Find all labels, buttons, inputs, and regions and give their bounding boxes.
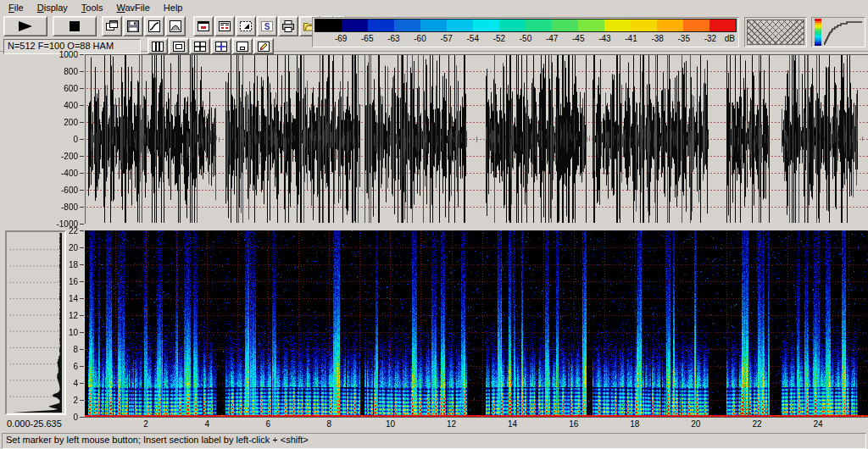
waveform-y-tick-label: 0 bbox=[3, 135, 78, 144]
save-button[interactable] bbox=[123, 16, 143, 36]
save-icon bbox=[126, 19, 140, 33]
color-scale-segment bbox=[657, 19, 683, 31]
view-waveform-button[interactable] bbox=[193, 16, 214, 36]
layout-grid-cursor-button[interactable] bbox=[211, 38, 231, 54]
color-scale-segment bbox=[447, 19, 473, 31]
layout-frame-button[interactable] bbox=[169, 38, 189, 54]
axis-tick bbox=[80, 224, 84, 224]
axis-tick bbox=[80, 400, 84, 401]
time-x-tick-label: 4 bbox=[200, 419, 214, 429]
layout-grid-icon bbox=[193, 41, 207, 53]
stop-icon bbox=[69, 20, 81, 32]
spectrogram-y-tick-label: 18 bbox=[3, 260, 78, 269]
layout-vertical-split-button[interactable] bbox=[147, 38, 168, 54]
menu-bar: FileDisplayToolsWavFileHelp bbox=[0, 0, 868, 15]
time-x-tick-label: 10 bbox=[383, 419, 397, 429]
spectrogram-y-tick-label: 10 bbox=[3, 328, 78, 337]
waveform-y-tick-label: -400 bbox=[3, 169, 78, 178]
color-scale-segment bbox=[473, 19, 499, 31]
axis-tick bbox=[80, 383, 84, 384]
axis-tick bbox=[80, 122, 84, 123]
waveform-y-tick-label: -200 bbox=[3, 152, 78, 161]
waveform-y-tick-label: 600 bbox=[3, 84, 78, 93]
menu-item-help[interactable]: Help bbox=[157, 2, 190, 14]
waveform-y-tick-label: 200 bbox=[3, 118, 78, 127]
db-scale-label: -69 bbox=[335, 34, 347, 43]
svg-text:S: S bbox=[264, 22, 270, 31]
color-scale-segment bbox=[394, 19, 420, 31]
db-color-scale-labels: dB -69-65-63-60-57-54-52-50-47-45-43-41-… bbox=[314, 32, 737, 45]
toolbar: S N=512 F=100 O=88 HAM dB -69-65-63-60-5… bbox=[0, 14, 868, 52]
db-scale-label: -50 bbox=[520, 34, 531, 43]
view-spectrum-button[interactable]: S bbox=[257, 16, 277, 36]
stop-button[interactable] bbox=[53, 16, 97, 36]
waveform-y-tick-label: -800 bbox=[3, 202, 78, 212]
play-button[interactable] bbox=[3, 16, 47, 36]
time-x-tick-label: 18 bbox=[628, 419, 642, 429]
axis-tick bbox=[80, 417, 84, 418]
axis-tick bbox=[80, 349, 84, 350]
axis-tick bbox=[80, 156, 84, 157]
menu-item-file[interactable]: File bbox=[2, 2, 31, 14]
axis-tick bbox=[80, 366, 84, 367]
axis-tick bbox=[80, 71, 84, 72]
db-scale-label: -47 bbox=[546, 34, 558, 43]
db-scale-label: -60 bbox=[414, 34, 426, 43]
spectrogram-y-tick-label: 6 bbox=[3, 362, 78, 371]
axis-tick bbox=[80, 207, 84, 208]
print-icon bbox=[281, 19, 295, 33]
layout-grid-button[interactable] bbox=[190, 38, 210, 54]
time-x-tick-label: 20 bbox=[689, 419, 703, 429]
edit-pencil-icon bbox=[257, 41, 270, 53]
waveform-y-tick-label: 400 bbox=[3, 101, 78, 110]
cascade-windows-button[interactable] bbox=[102, 16, 122, 36]
transfer-function-panel bbox=[811, 17, 865, 47]
time-x-tick-label: 2 bbox=[139, 419, 153, 429]
menu-item-display[interactable]: Display bbox=[31, 2, 75, 14]
signal-view-button[interactable] bbox=[144, 16, 164, 36]
axis-tick bbox=[80, 105, 84, 106]
waveform-plot[interactable] bbox=[85, 54, 868, 224]
color-scale-segment bbox=[420, 19, 447, 31]
time-x-tick-label: 16 bbox=[567, 419, 581, 429]
menu-item-tools[interactable]: Tools bbox=[75, 2, 110, 14]
waveform-y-tick-label: 1000 bbox=[3, 50, 78, 59]
color-scale-segment bbox=[368, 19, 394, 31]
view-spectrum-icon: S bbox=[260, 19, 274, 33]
view-section-button[interactable] bbox=[236, 16, 256, 36]
edit-labels-button[interactable] bbox=[253, 38, 274, 54]
spectrogram-app-window: FileDisplayToolsWavFileHelp S N=512 F=10… bbox=[0, 0, 868, 449]
color-scale-segment bbox=[631, 19, 657, 31]
spectrogram-plot[interactable] bbox=[85, 230, 868, 417]
spectrogram-y-tick-label: 2 bbox=[3, 396, 78, 405]
db-scale-label: -38 bbox=[651, 34, 663, 43]
color-scale-segment bbox=[709, 19, 736, 31]
spectrogram-y-tick-label: 20 bbox=[3, 243, 78, 252]
color-scale-segment bbox=[315, 19, 342, 31]
axis-tick bbox=[80, 298, 84, 299]
axis-tick bbox=[80, 173, 84, 174]
print-button[interactable] bbox=[278, 16, 298, 36]
menu-item-wavfile[interactable]: WavFile bbox=[110, 2, 157, 14]
spectrogram-y-tick-label: 14 bbox=[3, 294, 78, 303]
spectrogram-y-tick-label: 0 bbox=[3, 413, 78, 422]
time-x-tick-label: 6 bbox=[261, 419, 275, 429]
db-scale-label: -35 bbox=[678, 34, 690, 43]
color-scale-segment bbox=[552, 19, 578, 31]
view-waveform-icon bbox=[197, 19, 210, 33]
axis-tick bbox=[80, 332, 84, 333]
axis-tick bbox=[80, 88, 84, 89]
spectrogram-y-tick-label: 4 bbox=[3, 379, 78, 388]
layout-grid-cursor-icon bbox=[214, 41, 228, 53]
layout-box-button[interactable] bbox=[232, 38, 253, 54]
view-spectrogram-button[interactable] bbox=[214, 16, 235, 36]
window-function-button[interactable] bbox=[165, 16, 186, 36]
color-scale-segment bbox=[526, 19, 552, 31]
time-x-tick-label: 14 bbox=[506, 419, 520, 429]
time-x-tick-label: 22 bbox=[750, 419, 764, 429]
signal-curve-icon bbox=[147, 19, 161, 33]
toolbar-left-block: S N=512 F=100 O=88 HAM bbox=[3, 16, 310, 54]
layout-vertical-split-icon bbox=[151, 41, 164, 53]
view-section-icon bbox=[239, 19, 253, 33]
waveform-y-tick-label: 800 bbox=[3, 67, 78, 76]
